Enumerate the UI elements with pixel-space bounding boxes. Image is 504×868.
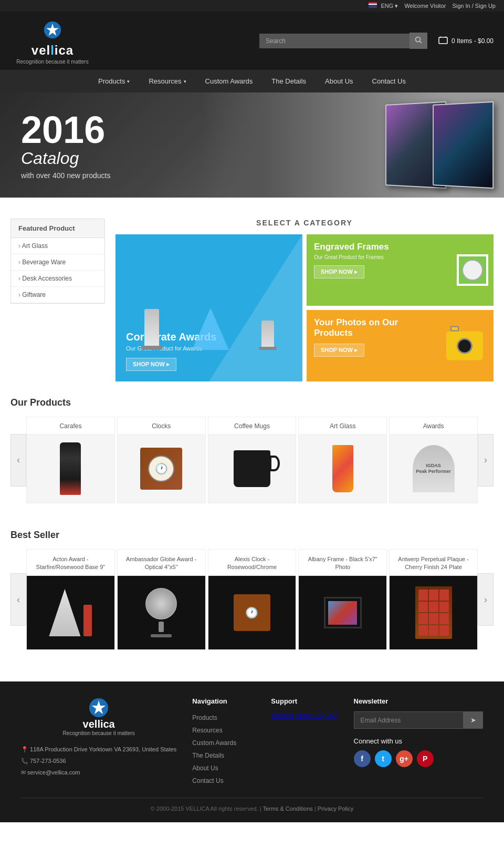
our-products-title: Our Products xyxy=(10,397,494,408)
select-category-title: SELECT A CATEGORY xyxy=(116,219,494,227)
sidebar-item-giftware[interactable]: Giftware xyxy=(11,287,104,303)
footer-nav-resources[interactable]: Resources xyxy=(192,724,255,737)
frame-image xyxy=(457,254,488,286)
footer-nav-about-us[interactable]: About Us xyxy=(192,762,255,774)
photos-shop-now[interactable]: SHOP NOW ▸ xyxy=(314,344,364,357)
cart-area[interactable]: 0 Items - $0.00 xyxy=(438,36,494,46)
footer-top: vellica Recognition because it matters 📍… xyxy=(21,697,483,787)
footer-copyright: © 2000-2015 VELLICA All rights reserved. xyxy=(151,805,258,812)
bestseller-carousel: ‹ Acton Award - Starfire/Rosewood Base 9… xyxy=(10,549,494,650)
ambassador-label: Ambassador Globe Award - Optical 4"x5" xyxy=(118,550,205,576)
bs-antwerp[interactable]: Antwerp Perpetual Plaque - Cherry Finish… xyxy=(389,549,478,650)
facebook-icon[interactable]: f xyxy=(354,750,371,767)
newsletter-submit[interactable]: ➤ xyxy=(464,711,483,729)
footer-nav-custom-awards[interactable]: Custom Awards xyxy=(192,737,255,749)
svg-rect-4 xyxy=(439,37,447,44)
sidebar-item-desk-accessories[interactable]: Desk Accessories xyxy=(11,271,104,287)
footer-newsletter: Newsletter ➤ Connect with us f t g+ P xyxy=(354,697,483,787)
newsletter-title: Newsletter xyxy=(354,697,483,705)
hero-image xyxy=(202,92,504,198)
nav-products[interactable]: Products ▾ xyxy=(89,70,139,92)
sidebar-item-beverage-ware[interactable]: Beverage Ware xyxy=(11,254,104,271)
footer-support-title: Support xyxy=(271,697,338,705)
antwerp-label: Antwerp Perpetual Plaque - Cherry Finish… xyxy=(390,550,477,576)
footer-navigation: Navigation Products Resources Custom Awa… xyxy=(192,697,255,787)
hero-year: 2016 xyxy=(21,111,110,149)
corporate-card-inner: Corporate Awards Our Great Product for A… xyxy=(116,234,302,381)
footer-support-about[interactable]: About Us xyxy=(294,711,322,719)
terms-link[interactable]: Terms & Conditions xyxy=(262,805,312,812)
sidebar-menu: Art Glass Beverage Ware Desk Accessories… xyxy=(10,238,105,304)
category-photos[interactable]: Your Photos on Our Products SHOP NOW ▸ xyxy=(307,310,494,381)
svg-point-2 xyxy=(415,37,420,42)
footer-nav-the-details[interactable]: The Details xyxy=(192,749,255,762)
footer-nav-products[interactable]: Products xyxy=(192,711,255,724)
bestseller-next-button[interactable]: › xyxy=(478,573,494,626)
search-input[interactable] xyxy=(259,34,410,48)
carafes-image xyxy=(27,435,114,503)
bs-alexis[interactable]: Alexis Clock - Rosewood/Chrome 🕐 xyxy=(208,549,297,650)
footer-nav-contact-us[interactable]: Contact Us xyxy=(192,774,255,787)
footer-phone: 📞 757-273-0536 xyxy=(21,755,176,767)
language-flag: ENG ▾ xyxy=(369,2,398,9)
logo-area[interactable]: vellica Recognition because it matters xyxy=(10,17,94,65)
footer-logo-text: vellica xyxy=(83,718,115,730)
logo-icon xyxy=(39,17,66,43)
products-track: Carafes Clocks 🕐 Coffee Mugs xyxy=(26,417,478,503)
googleplus-icon[interactable]: g+ xyxy=(396,750,413,767)
resources-arrow: ▾ xyxy=(184,79,186,84)
signin-link[interactable]: Sign In / Sign Up xyxy=(452,3,496,9)
coffee-mugs-image xyxy=(208,435,296,503)
best-seller-section: Best Seller ‹ Acton Award - Starfire/Ros… xyxy=(0,514,504,660)
sidebar: Featured Product Art Glass Beverage Ware… xyxy=(10,219,105,381)
hero-banner: 2016 Catalog with over 400 new products xyxy=(0,92,504,198)
products-next-button[interactable]: › xyxy=(478,434,494,487)
footer-support-search[interactable]: Search xyxy=(271,711,292,719)
engraved-card-inner: Engraved Frames Our Great Product for Fr… xyxy=(307,234,494,306)
albany-image xyxy=(299,576,386,649)
newsletter-form: ➤ xyxy=(354,711,483,729)
best-seller-title: Best Seller xyxy=(10,530,494,541)
nav-resources[interactable]: Resources ▾ xyxy=(139,70,195,92)
connect-title: Connect with us xyxy=(354,737,483,745)
ambassador-image xyxy=(118,576,205,649)
hero-subtitle: with over 400 new products xyxy=(21,171,110,180)
privacy-link[interactable]: Privacy Policy xyxy=(318,805,353,812)
product-awards[interactable]: Awards IGDASPeak Performer xyxy=(389,417,478,503)
nav-custom-awards[interactable]: Custom Awards xyxy=(196,70,262,92)
footer-contact: 📍 118A Production Drive Yorktown VA 2369… xyxy=(21,743,176,778)
category-engraved[interactable]: Engraved Frames Our Great Product for Fr… xyxy=(307,234,494,306)
bestseller-prev-button[interactable]: ‹ xyxy=(10,573,26,626)
product-coffee-mugs[interactable]: Coffee Mugs xyxy=(208,417,297,503)
acton-image xyxy=(27,576,114,649)
search-bar xyxy=(259,33,427,49)
clocks-label: Clocks xyxy=(118,417,205,435)
category-corporate[interactable]: Corporate Awards Our Great Product for A… xyxy=(116,234,302,381)
nav-about-us[interactable]: About Us xyxy=(316,70,362,92)
carafes-label: Carafes xyxy=(27,417,114,435)
bs-ambassador[interactable]: Ambassador Globe Award - Optical 4"x5" xyxy=(117,549,206,650)
corporate-shop-now[interactable]: SHOP NOW ▸ xyxy=(126,358,176,371)
photos-card-inner: Your Photos on Our Products SHOP NOW ▸ xyxy=(307,310,494,381)
bs-albany[interactable]: Albany Frame - Black 5'x7" Photo xyxy=(298,549,387,650)
product-clocks[interactable]: Clocks 🕐 xyxy=(117,417,206,503)
albany-label: Albany Frame - Black 5'x7" Photo xyxy=(299,550,386,576)
footer-bottom: © 2000-2015 VELLICA All rights reserved.… xyxy=(21,798,483,812)
products-arrow: ▾ xyxy=(127,79,130,84)
sidebar-item-art-glass[interactable]: Art Glass xyxy=(11,238,104,254)
engraved-shop-now[interactable]: SHOP NOW ▸ xyxy=(314,265,364,278)
products-prev-button[interactable]: ‹ xyxy=(10,434,26,487)
bs-acton[interactable]: Acton Award - Starfire/Rosewood Base 9" xyxy=(26,549,115,650)
welcome-text: Welcome Visitor xyxy=(404,3,446,9)
footer-support-faq[interactable]: FAQ xyxy=(324,711,338,719)
nav-contact-us[interactable]: Contact Us xyxy=(363,70,415,92)
pinterest-icon[interactable]: P xyxy=(417,750,434,767)
nav-the-details[interactable]: The Details xyxy=(262,70,316,92)
newsletter-input[interactable] xyxy=(354,711,464,729)
coffee-mugs-label: Coffee Mugs xyxy=(208,417,296,435)
product-carafes[interactable]: Carafes xyxy=(26,417,115,503)
search-button[interactable] xyxy=(410,33,427,49)
product-art-glass[interactable]: Art Glass xyxy=(298,417,387,503)
twitter-icon[interactable]: t xyxy=(375,750,392,767)
main-content: Featured Product Art Glass Beverage Ware… xyxy=(0,219,504,381)
